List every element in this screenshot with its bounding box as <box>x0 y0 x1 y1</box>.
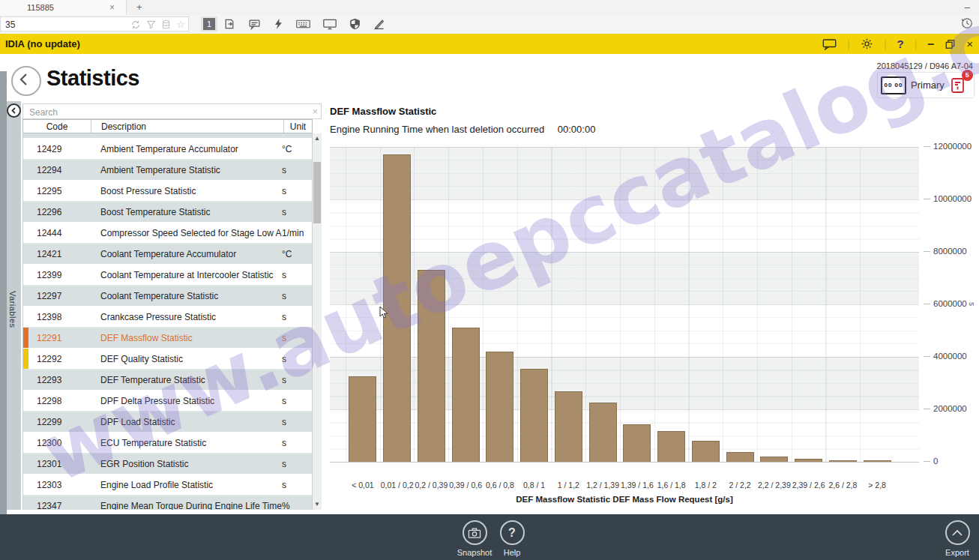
tab-close-icon[interactable]: × <box>109 2 115 13</box>
x-axis-tick-label: 0,39 / 0,6 <box>448 481 483 490</box>
table-row[interactable]: 12295 Boost Pressure Statistic s <box>23 181 312 202</box>
export-page-icon[interactable] <box>223 18 235 30</box>
table-row[interactable]: 12301 EGR Position Statistic s <box>23 454 312 475</box>
column-header-unit[interactable]: Unit <box>283 120 312 133</box>
row-description: DEF Temperature Statistic <box>91 375 282 385</box>
minimize-icon[interactable]: – <box>927 37 934 51</box>
search-clear-icon[interactable]: × <box>312 106 318 117</box>
scrollbar-thumb[interactable] <box>313 162 321 223</box>
help-label: Help <box>486 548 538 557</box>
row-description: Boost Temperature Statistic <box>91 207 282 217</box>
row-code: 12297 <box>23 291 91 301</box>
table-row[interactable]: 12298 DPF Delta Pressure Statistic s <box>23 391 312 412</box>
gear-icon[interactable] <box>861 37 873 50</box>
chat-bubble-icon[interactable] <box>822 38 837 50</box>
table-row[interactable]: 12294 Ambient Temperature Statistic s <box>23 160 312 181</box>
row-code: 12444 <box>23 228 91 238</box>
table-row[interactable]: 12292 DEF Quality Statistic s <box>23 349 312 370</box>
refresh-icon[interactable] <box>130 19 141 30</box>
question-mark-icon: ? <box>508 526 516 540</box>
bookmark-star-icon[interactable]: ☆ <box>176 19 185 30</box>
row-description: DPF Delta Pressure Statistic <box>91 396 282 406</box>
x-axis-tick-label: 2 / 2,2 <box>723 481 757 490</box>
help-icon[interactable]: ? <box>897 37 904 50</box>
help-button[interactable]: ? Help <box>486 520 538 557</box>
chart-subtitle: Engine Running Time when last deletion o… <box>330 124 595 135</box>
monitor-icon[interactable] <box>323 18 337 30</box>
row-description: Coolant Temperature at Intercooler Stati… <box>91 270 282 280</box>
column-header-description[interactable]: Description <box>91 120 283 133</box>
row-unit: s <box>282 375 312 385</box>
row-description: Coolant Temperature Statistic <box>91 291 282 301</box>
table-row[interactable]: 12398 Crankcase Pressure Statistic s <box>23 307 312 328</box>
table-row[interactable]: 12297 Coolant Temperature Statistic s <box>23 286 312 307</box>
back-button[interactable] <box>11 66 41 96</box>
bar <box>864 460 891 462</box>
separator: | <box>884 38 887 50</box>
x-axis-tick-label: 0,2 / 0,39 <box>415 481 449 490</box>
table-row[interactable]: 12421 Coolant Temperature Accumulator °C <box>23 244 312 265</box>
row-unit: s <box>282 480 312 490</box>
ecu-selector[interactable]: 00 00 Primary 5 <box>877 72 975 98</box>
scroll-down-icon[interactable]: ▼ <box>313 501 322 508</box>
export-label: Export <box>931 548 979 557</box>
bar <box>486 352 513 462</box>
chart-column <box>483 147 517 462</box>
signature-pencil-icon[interactable] <box>373 18 385 30</box>
table-row[interactable]: 12293 DEF Temperature Statistic s <box>23 370 312 391</box>
close-icon[interactable]: × <box>966 37 973 50</box>
scroll-up-icon[interactable]: ▲ <box>313 135 322 142</box>
new-tab-button[interactable]: + <box>136 1 142 13</box>
chart-column <box>860 147 894 462</box>
table-row[interactable]: 12444 Compressor Speed Selected for Stag… <box>23 223 312 244</box>
row-unit: % <box>282 501 312 511</box>
row-code: 12421 <box>23 249 91 259</box>
y-axis-unit-label: s <box>968 302 976 306</box>
table-row[interactable]: 12429 Ambient Temperature Accumulator °C <box>23 139 312 160</box>
lightning-icon[interactable] <box>274 18 283 30</box>
keyboard-icon[interactable] <box>296 19 310 29</box>
table-body: 12288 Ambient Pressure Statistic s 12429… <box>22 133 313 510</box>
table-row[interactable]: 12399 Coolant Temperature at Intercooler… <box>23 265 312 286</box>
row-unit: s <box>282 207 312 217</box>
table-row[interactable]: 12288 Ambient Pressure Statistic s <box>23 133 312 139</box>
table-row[interactable]: 12296 Boost Temperature Statistic s <box>23 202 312 223</box>
comment-icon[interactable] <box>248 18 261 30</box>
ecu-icon: 00 00 <box>881 76 906 94</box>
search-input[interactable] <box>28 105 301 119</box>
row-code: 12295 <box>23 186 91 196</box>
address-bar[interactable]: 35 ☆ <box>0 16 189 31</box>
page-count-badge[interactable]: 1 <box>201 16 217 31</box>
browser-minimize-icon[interactable]: – <box>965 1 970 13</box>
row-unit: °C <box>282 249 312 259</box>
table-row[interactable]: 12300 ECU Temperature Statistic s <box>23 433 312 454</box>
bar <box>520 369 548 462</box>
table-scrollbar[interactable]: ▲ ▼ <box>313 133 322 510</box>
chart-column <box>620 147 654 462</box>
chart-column <box>757 147 792 462</box>
table-row[interactable]: 12303 Engine Load Profile Statistic s <box>23 475 312 496</box>
chart-column <box>826 147 861 462</box>
table-row[interactable]: 12347 Engine Mean Torque During Engine L… <box>23 496 312 510</box>
column-header-code[interactable]: Code <box>23 120 91 133</box>
x-axis-tick-label: 2,2 / 2,39 <box>757 481 792 490</box>
shield-icon[interactable] <box>349 18 361 30</box>
fault-messages-icon[interactable]: 5 <box>951 76 967 94</box>
collapse-panel-button[interactable] <box>7 103 21 118</box>
x-axis-tick-label: 1 / 1,2 <box>552 481 586 490</box>
filter-icon[interactable] <box>146 19 156 29</box>
separator: | <box>847 38 850 50</box>
history-clock-icon[interactable] <box>961 17 973 29</box>
row-unit: s <box>282 459 312 469</box>
browser-tab[interactable]: 115885 × <box>0 0 127 15</box>
export-button[interactable]: Export <box>931 520 979 557</box>
variables-table: Code Description Unit 12288 Ambient Pres… <box>22 119 322 510</box>
chart-column <box>585 147 620 462</box>
table-row[interactable]: 12299 DPF Load Statistic s <box>23 412 312 433</box>
x-axis-tick-label: 1,39 / 1,6 <box>620 481 654 490</box>
table-row[interactable]: 12291 DEF Massflow Statistic s <box>23 328 312 349</box>
database-icon[interactable] <box>161 19 171 29</box>
row-code: 12303 <box>23 480 91 490</box>
restore-window-icon[interactable] <box>945 39 956 49</box>
y-axis-tick-label: 4000000 <box>924 352 967 361</box>
